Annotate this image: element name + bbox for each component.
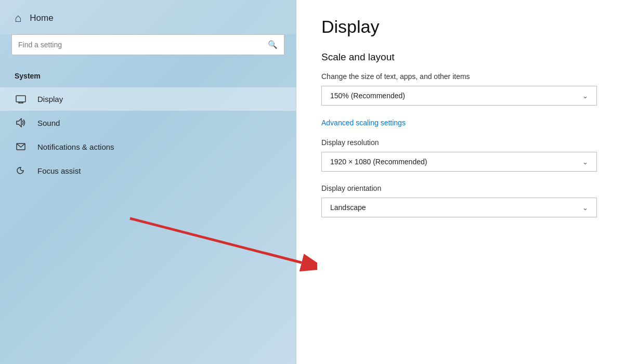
resolution-setting-group: Display resolution 1920 × 1080 (Recommen…: [321, 138, 599, 172]
sidebar-item-display[interactable]: Display: [0, 87, 296, 111]
search-box[interactable]: 🔍: [11, 34, 284, 55]
search-input[interactable]: [18, 41, 264, 49]
svg-marker-4: [17, 119, 21, 127]
home-label: Home: [30, 13, 53, 23]
sidebar-item-display-label: Display: [37, 95, 63, 103]
scale-setting-group: Change the size of text, apps, and other…: [321, 72, 599, 106]
orientation-value: Landscape: [330, 203, 366, 212]
orientation-label: Display orientation: [321, 184, 599, 192]
scale-dropdown[interactable]: 150% (Recommended) ⌄: [321, 86, 597, 106]
search-box-container: 🔍: [0, 34, 296, 67]
search-icon: 🔍: [268, 40, 278, 49]
page-title: Display: [321, 17, 599, 37]
resolution-value: 1920 × 1080 (Recommended): [330, 158, 427, 166]
settings-content: Display Scale and layout Change the size…: [296, 0, 624, 364]
sound-icon: [15, 118, 27, 127]
sidebar-item-focus[interactable]: Focus assist: [0, 159, 296, 183]
moon-icon: [15, 166, 27, 175]
sidebar: ⌂ Home 🔍 System Display: [0, 0, 296, 364]
sidebar-item-sound[interactable]: Sound: [0, 111, 296, 135]
scale-label: Change the size of text, apps, and other…: [321, 72, 599, 81]
home-icon: ⌂: [15, 11, 21, 25]
resolution-dropdown[interactable]: 1920 × 1080 (Recommended) ⌄: [321, 152, 597, 172]
orientation-dropdown-chevron: ⌄: [582, 204, 588, 212]
sidebar-item-notifications-label: Notifications & actions: [37, 142, 114, 151]
svg-rect-0: [16, 96, 25, 102]
scale-value: 150% (Recommended): [330, 92, 405, 100]
system-section-label: System: [0, 67, 296, 87]
notifications-icon: [15, 142, 27, 151]
resolution-dropdown-chevron: ⌄: [582, 158, 588, 166]
advanced-scaling-link[interactable]: Advanced scaling settings: [321, 119, 406, 127]
sidebar-item-focus-label: Focus assist: [37, 166, 81, 175]
scale-dropdown-chevron: ⌄: [582, 92, 588, 100]
resolution-label: Display resolution: [321, 138, 599, 147]
orientation-dropdown[interactable]: Landscape ⌄: [321, 198, 597, 217]
sidebar-home-item[interactable]: ⌂ Home: [0, 0, 296, 34]
orientation-setting-group: Display orientation Landscape ⌄: [321, 184, 599, 217]
sidebar-item-sound-label: Sound: [37, 119, 60, 127]
sidebar-item-notifications[interactable]: Notifications & actions: [0, 135, 296, 159]
display-icon: [15, 95, 27, 103]
scale-section-title: Scale and layout: [321, 51, 599, 63]
